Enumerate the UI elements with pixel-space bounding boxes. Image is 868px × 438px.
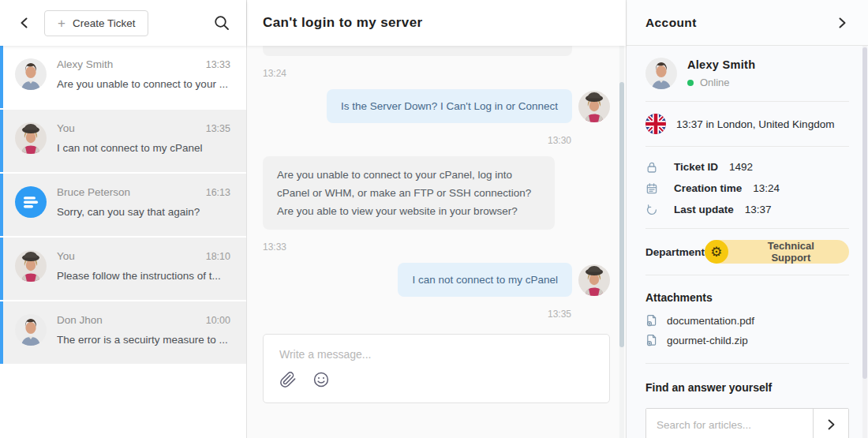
collapse-panel-button[interactable] [835, 16, 849, 30]
refresh-icon [645, 204, 658, 216]
department-row: Department ⚙ Technical Support [645, 229, 849, 275]
article-search-box [645, 408, 849, 438]
chevron-right-icon [824, 417, 838, 432]
emoji-button[interactable] [312, 371, 330, 388]
ticket-item[interactable]: You18:10 Please follow the instructions … [0, 238, 246, 300]
ticket-preview: Sorry, can you say that again? [57, 206, 230, 218]
avatar-woman [578, 91, 610, 122]
ticket-sender: Bruce Peterson [57, 186, 130, 198]
plus-icon: + [58, 17, 65, 30]
calendar-icon [645, 182, 658, 195]
outgoing-message-bubble: Is the Server Down? I Can't Log in or Co… [327, 89, 572, 123]
ticket-sender: Alexy Smith [57, 58, 113, 70]
ticket-item[interactable]: Alexy Smith13:33 Are you unable to conne… [0, 46, 246, 108]
ticket-item[interactable]: Bruce Peterson16:13 Sorry, can you say t… [0, 174, 246, 236]
article-search-input[interactable] [646, 409, 813, 438]
lock-icon [645, 161, 658, 174]
attachments-title: Attachments [645, 291, 849, 304]
ticket-sender: You [57, 122, 75, 134]
account-header: Account [627, 0, 868, 46]
last-update-row: Last update 13:37 [645, 199, 849, 220]
customer-name: Alexy Smith [687, 58, 755, 71]
account-scrollbar-thumb[interactable] [862, 47, 867, 379]
message-time: 13:24 [263, 68, 610, 79]
article-search-submit-button[interactable] [813, 409, 848, 438]
message-row: I can not connect to my cPanel [263, 263, 610, 297]
file-download-icon [645, 314, 658, 327]
account-panel: Account Alexy Smith Online 13:37 in Lond… [626, 0, 868, 438]
chevron-right-icon [835, 16, 849, 30]
outgoing-message-bubble: I can not connect to my cPanel [398, 263, 572, 297]
ticket-sender: Don Jhon [57, 314, 103, 326]
knowledge-base-section: Find an answer yourself [645, 364, 849, 438]
ticket-time: 10:00 [206, 315, 230, 326]
chat-lines-avatar [15, 186, 47, 218]
message-input[interactable] [279, 348, 593, 361]
avatar-man [645, 58, 677, 89]
customer-profile: Alexy Smith Online [645, 46, 849, 101]
message-time: 13:30 [263, 135, 571, 146]
ticket-list: Alexy Smith13:33 Are you unable to conne… [0, 46, 246, 438]
ticket-time: 18:10 [206, 251, 230, 262]
search-icon [213, 14, 230, 32]
smiley-icon [312, 371, 330, 388]
chat-scrollbar-thumb[interactable] [619, 82, 624, 347]
chat-header: Can't login to my server [247, 0, 626, 46]
account-title: Account [645, 16, 697, 30]
attachments-section: Attachments documentation.pdf gourmet-ch… [645, 275, 849, 363]
location-text: 13:37 in London, United Kingdom [676, 118, 834, 130]
avatar-woman [15, 250, 47, 282]
chevron-left-icon [17, 16, 32, 30]
ticket-time: 13:35 [206, 123, 230, 134]
department-value: Technical Support [747, 240, 835, 264]
department-tag[interactable]: ⚙ Technical Support [705, 240, 849, 264]
avatar-woman [578, 264, 610, 296]
ticket-preview: The error is a secuirty measure to ... [57, 334, 230, 346]
avatar-man [15, 58, 47, 90]
online-status-label: Online [700, 77, 730, 88]
ticket-preview: Are you unable to connect to your ... [57, 78, 230, 90]
ticket-time: 16:13 [206, 187, 230, 198]
ticket-list-header: + Create Ticket [0, 0, 246, 46]
message-time: 13:35 [263, 309, 571, 320]
paperclip-icon [279, 371, 297, 388]
search-button[interactable] [213, 14, 230, 32]
attachment-item[interactable]: documentation.pdf [645, 314, 849, 327]
online-status-dot [687, 80, 694, 86]
ticket-id-row: Ticket ID 1492 [645, 156, 849, 178]
message-row: Is the Server Down? I Can't Log in or Co… [263, 89, 610, 123]
ticket-sender: You [57, 250, 75, 262]
file-download-icon [645, 334, 658, 346]
avatar-man [15, 314, 47, 346]
helpdesk-app: + Create Ticket Alexy Smith13:33 Are you… [0, 0, 868, 438]
back-button[interactable] [17, 16, 32, 30]
customer-location: 13:37 in London, United Kingdom [645, 102, 849, 146]
chat-messages: 13:24 Is the Server Down? I Can't Log in… [247, 46, 626, 438]
uk-flag-icon [645, 114, 666, 134]
ticket-preview: Please follow the instructions of t... [57, 270, 230, 282]
creation-time-row: Creation time 13:24 [645, 178, 849, 199]
chat-panel: Can't login to my server 13:24 Is the Se… [247, 0, 626, 438]
ticket-time: 13:33 [206, 59, 230, 70]
ticket-list-panel: + Create Ticket Alexy Smith13:33 Are you… [0, 0, 247, 438]
ticket-item[interactable]: You13:35 I can not connect to my cPanel [0, 110, 246, 172]
attachment-item[interactable]: gourmet-child.zip [645, 334, 849, 346]
create-ticket-label: Create Ticket [73, 17, 136, 29]
ticket-meta: Ticket ID 1492 Creation time 13:24 Last … [645, 147, 849, 228]
chat-scrollbar [619, 46, 624, 438]
attach-file-button[interactable] [279, 371, 297, 388]
message-time: 13:33 [263, 241, 610, 253]
department-label: Department [645, 246, 705, 258]
ticket-item[interactable]: Don Jhon10:00 The error is a secuirty me… [0, 301, 246, 364]
incoming-message-bubble: Are you unable to connect to your cPanel… [263, 156, 555, 230]
find-answer-title: Find an answer yourself [645, 381, 849, 394]
avatar-woman [15, 122, 47, 154]
message-row: Are you unable to connect to your cPanel… [263, 156, 610, 230]
gear-icon: ⚙ [705, 240, 728, 264]
scrolled-message-bubble [263, 46, 572, 56]
chat-title: Can't login to my server [263, 15, 423, 31]
message-composer [263, 334, 610, 403]
account-scrollbar [862, 46, 867, 438]
ticket-preview: I can not connect to my cPanel [57, 142, 230, 154]
create-ticket-button[interactable]: + Create Ticket [44, 10, 148, 36]
